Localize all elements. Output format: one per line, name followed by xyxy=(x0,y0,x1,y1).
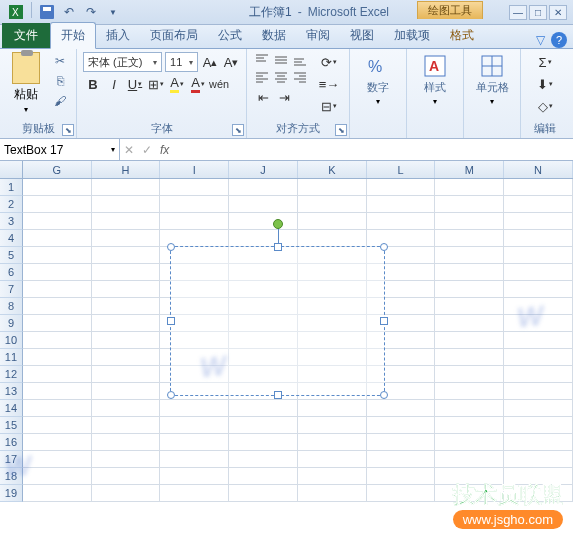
cut-icon[interactable]: ✂ xyxy=(50,52,70,70)
font-color-icon[interactable]: A▾ xyxy=(188,74,208,94)
shrink-font-icon[interactable]: A▾ xyxy=(222,52,240,72)
fx-icon[interactable]: fx xyxy=(160,143,169,157)
cell[interactable] xyxy=(229,196,298,213)
cell[interactable] xyxy=(23,400,92,417)
align-bottom-icon[interactable] xyxy=(291,52,309,68)
cell[interactable] xyxy=(160,213,229,230)
close-icon[interactable]: ✕ xyxy=(549,5,567,20)
col-header[interactable]: H xyxy=(92,161,161,178)
cell[interactable] xyxy=(92,434,161,451)
fill-color-icon[interactable]: A▾ xyxy=(167,74,187,94)
cell[interactable] xyxy=(23,179,92,196)
cell[interactable] xyxy=(298,179,367,196)
resize-handle-w[interactable] xyxy=(167,317,175,325)
col-header[interactable]: L xyxy=(367,161,436,178)
clipboard-launcher-icon[interactable]: ⬊ xyxy=(62,124,74,136)
cell[interactable] xyxy=(160,485,229,502)
cell[interactable] xyxy=(435,417,504,434)
cell[interactable] xyxy=(367,434,436,451)
cell[interactable] xyxy=(435,434,504,451)
cell[interactable] xyxy=(92,485,161,502)
tab-layout[interactable]: 页面布局 xyxy=(140,23,208,48)
cell[interactable] xyxy=(504,230,573,247)
grow-font-icon[interactable]: A▴ xyxy=(201,52,219,72)
cell[interactable] xyxy=(92,383,161,400)
cell[interactable] xyxy=(160,434,229,451)
minimize-icon[interactable]: — xyxy=(509,5,527,20)
cell[interactable] xyxy=(435,315,504,332)
cell[interactable] xyxy=(504,179,573,196)
tab-insert[interactable]: 插入 xyxy=(96,23,140,48)
cell[interactable] xyxy=(435,281,504,298)
cell[interactable] xyxy=(23,468,92,485)
cell[interactable] xyxy=(229,230,298,247)
cell[interactable] xyxy=(504,247,573,264)
cell[interactable] xyxy=(367,230,436,247)
cell[interactable] xyxy=(23,485,92,502)
tab-addins[interactable]: 加载项 xyxy=(384,23,440,48)
resize-handle-sw[interactable] xyxy=(167,391,175,399)
cell[interactable] xyxy=(435,332,504,349)
col-header[interactable]: M xyxy=(435,161,504,178)
accept-icon[interactable]: ✓ xyxy=(142,143,152,157)
cell[interactable] xyxy=(229,213,298,230)
cell[interactable] xyxy=(23,315,92,332)
cell[interactable] xyxy=(23,451,92,468)
font-name-combo[interactable]: 宋体 (正文)▾ xyxy=(83,52,162,72)
cell[interactable] xyxy=(298,230,367,247)
cell[interactable] xyxy=(160,196,229,213)
cells-button[interactable]: 单元格 ▾ xyxy=(470,52,514,108)
align-left-icon[interactable] xyxy=(253,69,271,85)
align-middle-icon[interactable] xyxy=(272,52,290,68)
tab-formulas[interactable]: 公式 xyxy=(208,23,252,48)
font-size-combo[interactable]: 11▾ xyxy=(165,52,198,72)
cell[interactable] xyxy=(435,366,504,383)
col-header[interactable]: N xyxy=(504,161,573,178)
cell[interactable] xyxy=(92,349,161,366)
cell[interactable] xyxy=(435,247,504,264)
autosum-button[interactable]: Σ▾ xyxy=(527,52,563,72)
cell[interactable] xyxy=(92,366,161,383)
cell[interactable] xyxy=(160,417,229,434)
cell[interactable] xyxy=(504,281,573,298)
cell[interactable] xyxy=(23,383,92,400)
tab-home[interactable]: 开始 xyxy=(50,22,96,49)
cell[interactable] xyxy=(298,400,367,417)
cell[interactable] xyxy=(92,400,161,417)
cell[interactable] xyxy=(367,400,436,417)
cell[interactable] xyxy=(229,451,298,468)
cell[interactable] xyxy=(435,264,504,281)
row-header[interactable]: 15 xyxy=(0,417,23,434)
decrease-indent-icon[interactable]: ⇤ xyxy=(253,87,273,107)
underline-button[interactable]: U▾ xyxy=(125,74,145,94)
row-header[interactable]: 1 xyxy=(0,179,23,196)
copy-icon[interactable]: ⎘ xyxy=(50,72,70,90)
row-header[interactable]: 11 xyxy=(0,349,23,366)
fill-icon[interactable]: ⬇▾ xyxy=(527,74,563,94)
bold-button[interactable]: B xyxy=(83,74,103,94)
cell[interactable] xyxy=(92,196,161,213)
row-header[interactable]: 3 xyxy=(0,213,23,230)
cell[interactable] xyxy=(298,434,367,451)
cell[interactable] xyxy=(504,434,573,451)
resize-handle-ne[interactable] xyxy=(380,243,388,251)
cell[interactable] xyxy=(23,281,92,298)
qat-dropdown-icon[interactable]: ▼ xyxy=(103,2,123,22)
help-icon[interactable]: ? xyxy=(551,32,567,48)
cell[interactable] xyxy=(504,196,573,213)
cell[interactable] xyxy=(435,349,504,366)
orientation-icon[interactable]: ⟳▾ xyxy=(315,52,343,72)
cell[interactable] xyxy=(504,451,573,468)
formula-input-area[interactable]: ✕ ✓ fx xyxy=(120,139,573,160)
cell[interactable] xyxy=(504,332,573,349)
cell[interactable] xyxy=(298,417,367,434)
alignment-launcher-icon[interactable]: ⬊ xyxy=(335,124,347,136)
row-header[interactable]: 6 xyxy=(0,264,23,281)
cell[interactable] xyxy=(92,451,161,468)
cell[interactable] xyxy=(160,179,229,196)
cell[interactable] xyxy=(298,485,367,502)
cell[interactable] xyxy=(92,315,161,332)
cell[interactable] xyxy=(23,434,92,451)
phonetic-icon[interactable]: wén xyxy=(209,74,229,94)
cell[interactable] xyxy=(504,349,573,366)
